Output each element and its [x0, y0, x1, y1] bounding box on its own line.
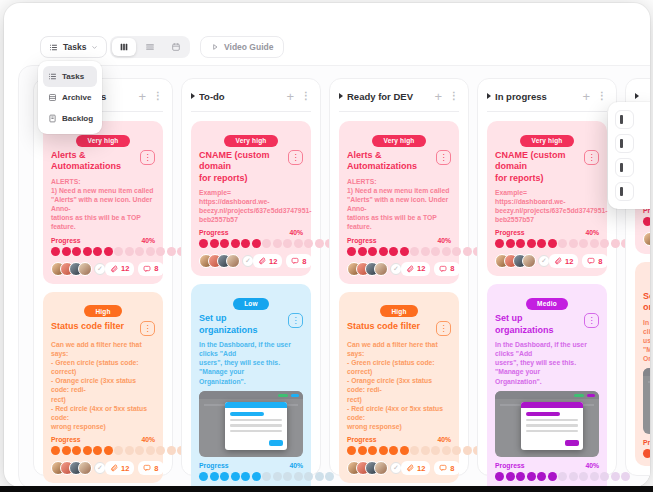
- comments-count[interactable]: 8: [138, 461, 163, 475]
- list-view-icon: [145, 42, 155, 52]
- task-card[interactable]: Very high Alerts & Automatizations ⋮ ALE…: [43, 121, 163, 284]
- card-menu-button[interactable]: ⋮: [436, 321, 451, 336]
- card-menu-button[interactable]: ⋮: [288, 313, 303, 328]
- video-guide-button[interactable]: Video Guide: [200, 36, 284, 58]
- progress-label: Progress: [495, 462, 524, 469]
- task-card[interactable]: Medio Set up organizations ⋮ In the Dash…: [487, 284, 607, 487]
- card-title: Set up organizations: [643, 291, 650, 314]
- card-menu-button[interactable]: ⋮: [140, 321, 155, 336]
- comments-count[interactable]: 8: [434, 262, 459, 276]
- links-count[interactable]: 12: [401, 461, 430, 475]
- task-card[interactable]: Low Set up organizations ⋮ In the Dashbo…: [191, 284, 311, 487]
- document-icon: [48, 114, 57, 123]
- progress-percent: 40%: [585, 462, 599, 469]
- card-title: Alerts & Automatizations: [51, 150, 136, 173]
- kanban-column-todo: To-do + ⋮ Very high CNAME (custom domain…: [181, 78, 321, 476]
- comment-icon: [439, 265, 447, 273]
- progress-label: Progress: [347, 237, 376, 244]
- context-menu-item[interactable]: [615, 134, 634, 153]
- card-menu-button[interactable]: ⋮: [288, 150, 303, 165]
- paperclip-icon: [554, 257, 562, 265]
- attachment-screenshot[interactable]: [643, 368, 650, 434]
- card-menu-button[interactable]: ⋮: [140, 150, 155, 165]
- priority-badge: High: [84, 305, 121, 317]
- column-title: To-do: [199, 91, 286, 102]
- assignee-avatars[interactable]: ✓: [643, 232, 650, 246]
- column-menu-button[interactable]: ⋮: [449, 91, 459, 101]
- card-description: Example= https://dashboard.we- beezy.nl/…: [495, 188, 599, 225]
- task-card[interactable]: Very high Alerts & Automatizations ⋮ ALE…: [339, 121, 459, 284]
- column-menu-button[interactable]: ⋮: [153, 91, 163, 101]
- kanban-view-button[interactable]: [112, 38, 136, 56]
- column-menu-button[interactable]: ⋮: [301, 91, 311, 101]
- context-menu-item[interactable]: [615, 182, 634, 201]
- attachment-screenshot[interactable]: [199, 391, 303, 457]
- task-card[interactable]: Very high CNAME (custom domain for repor…: [191, 121, 311, 276]
- add-card-button[interactable]: +: [582, 90, 590, 103]
- links-count[interactable]: 12: [549, 254, 578, 268]
- kanban-column-in-progress: In progress + ⋮ Very high CNAME (custom …: [477, 78, 617, 476]
- column-menu-button[interactable]: ⋮: [597, 91, 607, 101]
- attachment-screenshot[interactable]: [495, 391, 599, 457]
- task-card[interactable]: Set up organizations ⋮ In the Dashboard,…: [635, 262, 650, 466]
- assignee-avatars[interactable]: ✓: [51, 461, 101, 475]
- dropdown-item-tasks[interactable]: Tasks: [43, 66, 97, 87]
- context-menu-item[interactable]: [615, 110, 634, 129]
- card-description: In the Dashboard, if the user clicks "Ad…: [495, 340, 599, 386]
- list-icon: [48, 72, 57, 81]
- card-menu-button[interactable]: ⋮: [584, 150, 599, 165]
- add-card-button[interactable]: +: [286, 90, 294, 103]
- avatar: [78, 262, 92, 276]
- links-count[interactable]: 12: [253, 254, 282, 268]
- comments-count-value: 8: [450, 464, 454, 473]
- archive-icon: [48, 93, 57, 102]
- collapse-arrow-icon[interactable]: [487, 93, 491, 99]
- collapse-arrow-icon[interactable]: [191, 93, 195, 99]
- progress-percent: 40%: [437, 436, 451, 443]
- comments-count[interactable]: 8: [434, 461, 459, 475]
- card-title: CNAME (custom domain for reports): [495, 150, 580, 184]
- links-count[interactable]: 12: [105, 461, 134, 475]
- context-menu-item[interactable]: [615, 158, 634, 177]
- dropdown-item-archive[interactable]: Archive: [43, 87, 97, 108]
- add-card-button[interactable]: +: [434, 90, 442, 103]
- progress-dots: [347, 247, 451, 256]
- task-card[interactable]: High Status code filter ⋮ Can we add a f…: [43, 292, 163, 484]
- collapse-arrow-icon[interactable]: [339, 93, 343, 99]
- dropdown-item-backlog[interactable]: Backlog: [43, 108, 97, 129]
- comments-count-value: 8: [450, 264, 454, 273]
- card-menu-button[interactable]: ⋮: [436, 150, 451, 165]
- comments-count[interactable]: 8: [138, 262, 163, 276]
- progress-label: Progress: [51, 436, 80, 443]
- video-guide-label: Video Guide: [224, 42, 273, 52]
- comments-count[interactable]: 8: [582, 254, 607, 268]
- assignee-avatars[interactable]: ✓: [51, 262, 101, 276]
- calendar-view-button[interactable]: [164, 38, 188, 56]
- assignee-avatars[interactable]: ✓: [347, 262, 397, 276]
- collapse-arrow-icon[interactable]: [635, 93, 639, 99]
- paperclip-icon: [406, 265, 414, 273]
- card-menu-button[interactable]: ⋮: [584, 313, 599, 328]
- progress-dots: [347, 446, 451, 455]
- add-card-button[interactable]: +: [138, 90, 146, 103]
- tasks-dropdown-label: Tasks: [63, 42, 86, 52]
- links-count[interactable]: 12: [105, 262, 134, 276]
- assignee-avatars[interactable]: ✓: [199, 254, 249, 268]
- bottom-edge-bar: [0, 486, 653, 492]
- list-view-button[interactable]: [138, 38, 162, 56]
- column-title: Ready for DEV: [347, 91, 434, 102]
- assignee-avatars[interactable]: ✓: [495, 254, 545, 268]
- priority-badge: Low: [233, 298, 269, 310]
- context-menu-panel: [608, 102, 650, 209]
- comments-count[interactable]: 8: [286, 254, 311, 268]
- assignee-avatars[interactable]: ✓: [347, 461, 397, 475]
- progress-label: Progress: [347, 436, 376, 443]
- progress-percent: 40%: [585, 229, 599, 236]
- links-count[interactable]: 12: [401, 262, 430, 276]
- task-card[interactable]: High Status code filter ⋮ Can we add a f…: [339, 292, 459, 484]
- task-card[interactable]: Very high CNAME (custom domain for repor…: [487, 121, 607, 276]
- tasks-dropdown-button[interactable]: Tasks: [40, 36, 107, 58]
- list-icon: [49, 43, 58, 52]
- progress-label: Progress: [495, 229, 524, 236]
- priority-badge: Very high: [520, 135, 573, 147]
